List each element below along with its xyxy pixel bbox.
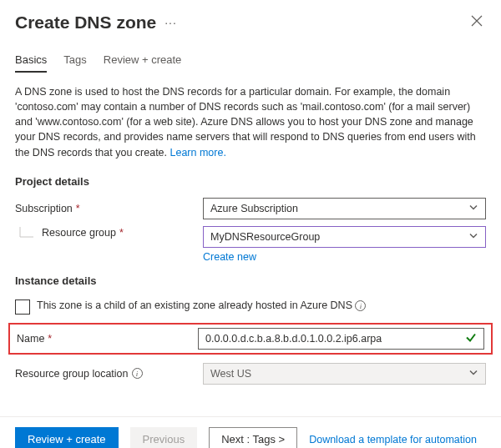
name-input[interactable]: 0.0.0.0.d.c.b.a.8.b.d.0.1.0.0.2.ip6.arpa: [198, 328, 484, 350]
download-template-link[interactable]: Download a template for automation: [309, 434, 477, 445]
review-create-button[interactable]: Review + create: [15, 427, 119, 448]
name-value: 0.0.0.0.d.c.b.a.8.b.d.0.1.0.0.2.ip6.arpa: [205, 333, 382, 345]
location-dropdown: West US: [203, 363, 486, 385]
tree-connector-icon: [15, 227, 38, 247]
tab-tags[interactable]: Tags: [63, 53, 86, 73]
chevron-down-icon: [468, 367, 478, 380]
child-zone-row: This zone is a child of an existing zone…: [0, 294, 501, 316]
child-zone-checkbox[interactable]: [15, 300, 30, 315]
location-label-text: Resource group location: [15, 368, 129, 380]
resource-group-label: Resource group *: [15, 227, 203, 247]
resource-group-label-text: Resource group: [42, 227, 116, 239]
more-menu-icon[interactable]: ···: [164, 16, 177, 29]
chevron-down-icon: [468, 202, 478, 214]
next-button[interactable]: Next : Tags >: [209, 427, 297, 448]
resource-group-row: Resource group * MyDNSResourceGroup: [0, 223, 501, 251]
name-label-text: Name: [17, 333, 44, 345]
child-zone-label-text: This zone is a child of an existing zone…: [37, 300, 352, 311]
tab-review-create[interactable]: Review + create: [104, 53, 182, 73]
instance-details-heading: Instance details: [0, 263, 501, 294]
required-asterisk: *: [119, 227, 124, 239]
subscription-row: Subscription * Azure Subscription: [0, 194, 501, 223]
chevron-down-icon: [468, 230, 478, 243]
resource-group-dropdown[interactable]: MyDNSResourceGroup: [203, 226, 486, 248]
required-asterisk: *: [48, 333, 52, 345]
location-row: Resource group location i West US: [0, 360, 501, 388]
previous-button: Previous: [130, 427, 198, 448]
blade-header: Create DNS zone ···: [0, 0, 501, 38]
learn-more-link[interactable]: Learn more.: [170, 147, 226, 159]
subscription-dropdown[interactable]: Azure Subscription: [203, 198, 486, 219]
required-asterisk: *: [76, 203, 80, 214]
location-label: Resource group location i: [15, 368, 203, 380]
name-label: Name *: [17, 333, 198, 345]
subscription-label: Subscription *: [15, 203, 203, 214]
child-zone-label: This zone is a child of an existing zone…: [37, 299, 366, 314]
tab-basics[interactable]: Basics: [15, 53, 47, 73]
name-row-highlight: Name * 0.0.0.0.d.c.b.a.8.b.d.0.1.0.0.2.i…: [8, 323, 493, 355]
info-icon[interactable]: i: [355, 300, 366, 311]
validation-check-icon: [465, 331, 477, 345]
resource-group-value: MyDNSResourceGroup: [210, 231, 320, 243]
close-icon[interactable]: [468, 12, 486, 33]
description-text: A DNS zone is used to host the DNS recor…: [0, 73, 501, 164]
info-icon[interactable]: i: [132, 368, 143, 379]
create-new-link[interactable]: Create new: [203, 251, 256, 263]
page-title: Create DNS zone: [15, 13, 156, 33]
description-body: A DNS zone is used to host the DNS recor…: [15, 86, 476, 159]
subscription-label-text: Subscription: [15, 203, 73, 214]
tab-strip: Basics Tags Review + create: [0, 38, 501, 73]
location-value: West US: [210, 368, 251, 380]
subscription-value: Azure Subscription: [210, 203, 298, 214]
create-new-row: Create new: [0, 251, 501, 263]
project-details-heading: Project details: [0, 164, 501, 194]
footer: Review + create Previous Next : Tags > D…: [0, 417, 501, 448]
